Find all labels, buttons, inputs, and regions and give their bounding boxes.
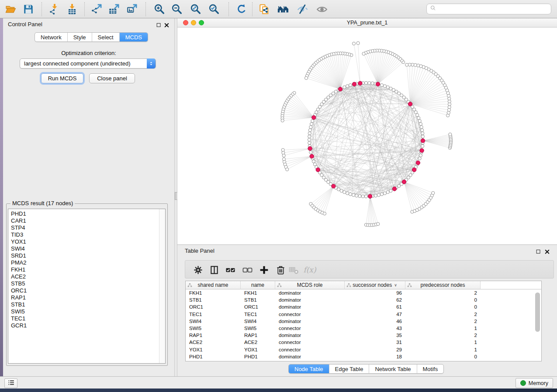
- graph-mcds-hub-node[interactable]: [376, 82, 380, 86]
- graph-node[interactable]: [346, 192, 349, 195]
- mcds-result-item[interactable]: PMA2: [11, 259, 165, 266]
- close-table-panel-icon[interactable]: [544, 249, 550, 254]
- graph-node[interactable]: [420, 126, 423, 129]
- zoom-selected-region-button[interactable]: [207, 2, 221, 17]
- save-session-button[interactable]: [21, 2, 36, 17]
- graph-node[interactable]: [380, 193, 383, 196]
- mcds-result-item[interactable]: SWI5: [11, 308, 165, 315]
- show-panels-button[interactable]: [4, 378, 17, 388]
- graph-node[interactable]: [421, 135, 424, 138]
- column-header-shared-name[interactable]: shared name: [186, 281, 241, 289]
- graph-node[interactable]: [308, 141, 311, 144]
- zoom-out-button[interactable]: [170, 2, 184, 17]
- graph-node[interactable]: [418, 157, 421, 160]
- graph-node[interactable]: [349, 193, 352, 196]
- graph-leaf-node[interactable]: [432, 192, 435, 195]
- delete-columns-button[interactable]: [274, 264, 287, 276]
- graph-node[interactable]: [419, 122, 422, 125]
- graph-leaf-node[interactable]: [356, 41, 360, 45]
- table-row[interactable]: ACE2ACE2connector311: [186, 339, 541, 346]
- graph-mcds-hub-node[interactable]: [310, 154, 314, 158]
- first-neighbors-button[interactable]: [276, 2, 291, 17]
- table-row[interactable]: FKH1FKH1dominator962: [186, 289, 541, 296]
- graph-mcds-hub-node[interactable]: [316, 168, 320, 172]
- table-row[interactable]: RAP1RAP1dominator352: [186, 332, 541, 339]
- mcds-result-item[interactable]: STB5: [11, 280, 165, 287]
- graph-mcds-hub-node[interactable]: [332, 184, 336, 188]
- graph-node[interactable]: [355, 194, 358, 197]
- table-row[interactable]: TEC1TEC1connector472: [186, 311, 541, 318]
- export-network-button[interactable]: [90, 2, 104, 17]
- table-row[interactable]: SWI4SWI4dominator462: [186, 318, 541, 325]
- open-session-button[interactable]: [3, 2, 18, 17]
- graph-node[interactable]: [386, 191, 389, 194]
- mcds-result-item[interactable]: FKH1: [11, 266, 165, 273]
- graph-node[interactable]: [374, 194, 377, 197]
- graph-node[interactable]: [368, 82, 371, 85]
- graph-mcds-hub-node[interactable]: [420, 148, 424, 152]
- graph-node[interactable]: [311, 120, 314, 123]
- mcds-result-item[interactable]: CAR1: [11, 217, 165, 224]
- mcds-result-item[interactable]: STB1: [11, 301, 165, 308]
- float-table-panel-icon[interactable]: [536, 249, 541, 254]
- graph-leaf-node[interactable]: [405, 63, 408, 66]
- zoom-in-button[interactable]: [152, 2, 167, 17]
- tab-node-table[interactable]: Node Table: [289, 364, 329, 373]
- graph-leaf-node[interactable]: [281, 119, 284, 122]
- float-panel-icon[interactable]: [156, 22, 162, 28]
- mcds-result-item[interactable]: ORC1: [11, 287, 165, 294]
- network-graph[interactable]: [177, 28, 557, 244]
- graph-node[interactable]: [383, 192, 386, 195]
- graph-node[interactable]: [310, 122, 313, 125]
- refresh-network-button[interactable]: [234, 2, 249, 17]
- list-scrollbar-track[interactable]: [159, 209, 165, 363]
- mcds-result-item[interactable]: TEC1: [11, 315, 165, 322]
- tab-network[interactable]: Network: [35, 33, 68, 41]
- close-panel-button[interactable]: Close panel: [89, 73, 135, 83]
- graph-mcds-hub-node[interactable]: [402, 180, 406, 184]
- graph-node[interactable]: [308, 129, 311, 132]
- graph-node[interactable]: [343, 191, 346, 194]
- column-header-successor-nodes[interactable]: successor nodes∨: [345, 281, 405, 289]
- graph-node[interactable]: [358, 195, 361, 198]
- mcds-result-item[interactable]: GCR1: [11, 322, 165, 329]
- graph-node[interactable]: [417, 117, 420, 120]
- import-network-button[interactable]: [47, 2, 62, 17]
- graph-node[interactable]: [346, 85, 349, 88]
- column-header-mcds-role[interactable]: MCDS role: [275, 281, 345, 289]
- graph-node[interactable]: [419, 154, 422, 157]
- mcds-result-item[interactable]: YOX1: [11, 238, 165, 245]
- graph-node[interactable]: [364, 81, 367, 84]
- graph-mcds-hub-node[interactable]: [352, 82, 356, 86]
- column-header-name[interactable]: name: [241, 281, 275, 289]
- graph-leaf-node[interactable]: [323, 212, 326, 215]
- graph-node[interactable]: [386, 86, 389, 89]
- graph-node[interactable]: [352, 193, 355, 196]
- run-mcds-button[interactable]: Run MCDS: [41, 73, 83, 83]
- table-row[interactable]: ORC1ORC1dominator610: [186, 303, 541, 310]
- tab-edge-table[interactable]: Edge Table: [329, 364, 370, 373]
- table-row[interactable]: PHD1PHD1dominator180: [186, 353, 541, 360]
- show-columns-button[interactable]: [208, 264, 221, 276]
- panel-splitter[interactable]: [174, 18, 177, 376]
- mcds-result-item[interactable]: TID3: [11, 231, 165, 238]
- graph-node[interactable]: [364, 195, 367, 198]
- graph-mcds-hub-node[interactable]: [312, 116, 316, 120]
- graph-leaf-node[interactable]: [449, 133, 452, 136]
- graph-node[interactable]: [421, 144, 424, 148]
- mcds-result-item[interactable]: PHD1: [11, 210, 165, 217]
- graph-node[interactable]: [308, 135, 311, 138]
- graph-node[interactable]: [383, 85, 386, 88]
- graph-mcds-hub-node[interactable]: [416, 161, 420, 165]
- graph-node[interactable]: [421, 129, 424, 132]
- graph-node[interactable]: [361, 195, 364, 198]
- graph-node[interactable]: [308, 132, 311, 135]
- graph-leaf-node[interactable]: [377, 223, 380, 226]
- tab-mcds[interactable]: MCDS: [120, 33, 148, 41]
- graph-node[interactable]: [371, 82, 374, 85]
- mcds-result-item[interactable]: SRD1: [11, 252, 165, 259]
- search-input[interactable]: [439, 4, 548, 14]
- zoom-fit-content-button[interactable]: [188, 2, 203, 17]
- mcds-result-item[interactable]: STP4: [11, 224, 165, 231]
- import-table-button[interactable]: [65, 2, 80, 17]
